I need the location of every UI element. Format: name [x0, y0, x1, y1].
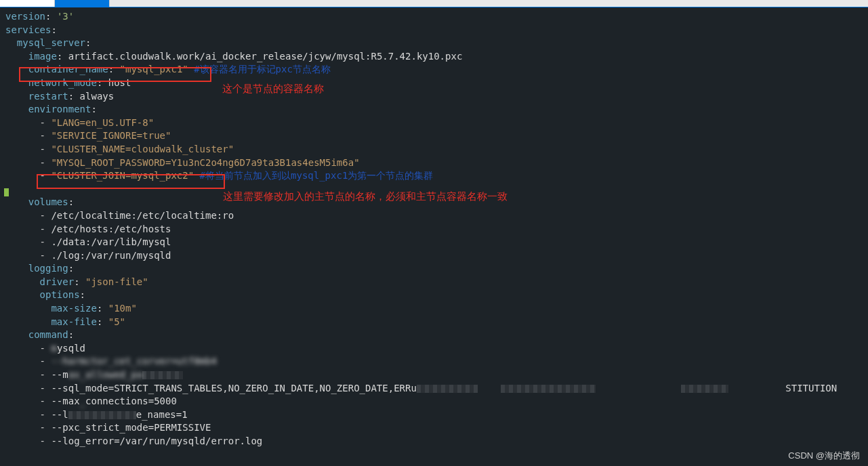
tab-bar	[0, 0, 868, 7]
code-line: - mysqld	[5, 342, 863, 356]
code-line: - --sql_mode=STRICT_TRANS_TABLES,NO_ZERO…	[5, 382, 863, 396]
annotation-1: 这个是节点的容器名称	[222, 82, 324, 96]
code-line: - /etc/hosts:/etc/hosts	[5, 223, 863, 236]
code-line: - "LANG=en_US.UTF-8"	[5, 116, 863, 130]
code-line: - "MYSQL_ROOT_PASSWORD=Y1u3nC2o4ng6D7a9t…	[5, 156, 863, 170]
code-line: - "CLUSTER_NAME=cloudwalk_cluster"	[5, 143, 863, 156]
code-line: - --max_connections=5000	[5, 395, 863, 408]
code-line: options:	[5, 289, 863, 302]
code-line: - ./log:/var/run/mysqld	[5, 249, 863, 263]
code-line: restart: always	[5, 90, 863, 104]
code-line: command:	[5, 329, 863, 342]
code-line: services:	[5, 24, 863, 37]
tab-2[interactable]	[55, 0, 110, 7]
code-line: max-file: "5"	[5, 316, 863, 329]
code-line: - --le_names=1	[5, 408, 863, 422]
annotation-2: 这里需要修改加入的主节点的名称，必须和主节点容器名称一致	[223, 190, 508, 204]
watermark: CSDN @海的透彻	[788, 450, 860, 462]
code-line: - --log_error=/var/run/mysqld/error.log	[5, 435, 863, 448]
code-editor[interactable]: version: '3' services: mysql_server: ima…	[0, 7, 868, 451]
code-line: - --harmctor_cet_corver=utf8mb4	[5, 355, 863, 368]
code-line: - "SERVICE_IGNORE=true"	[5, 129, 863, 143]
code-line: - /etc/localtime:/etc/localtime:ro	[5, 209, 863, 223]
code-line: environment:	[5, 103, 863, 116]
code-line-cluster-join: - "CLUSTER_JOIN=mysql_pxc2" #将当前节点加入到以my…	[5, 169, 863, 183]
code-line: max-size: "10m"	[5, 302, 863, 316]
code-line: version: '3'	[5, 10, 863, 24]
code-line: network_mode: host	[5, 77, 863, 90]
code-line: - --max_allowed_pa	[5, 368, 863, 382]
code-line-container-name: container_name: "mysql_pxc1" #该容器名用于标记px…	[5, 63, 863, 77]
code-line: - ./data:/var/lib/mysql	[5, 236, 863, 249]
code-line: - --pxc_strict_mode=PERMISSIVE	[5, 421, 863, 435]
code-line: image: artifact.cloudwalk.work/ai_docker…	[5, 50, 863, 64]
cursor-indicator	[4, 188, 9, 196]
code-line: driver: "json-file"	[5, 276, 863, 289]
code-line: mysql_server:	[5, 37, 863, 50]
code-line: logging:	[5, 262, 863, 276]
tab-1[interactable]	[0, 0, 55, 7]
